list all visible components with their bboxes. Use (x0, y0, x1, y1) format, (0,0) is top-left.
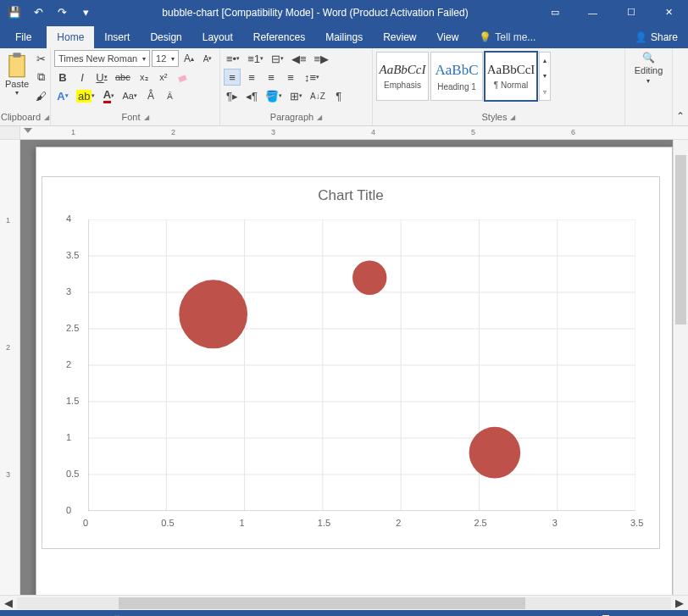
bold-icon[interactable]: B (54, 69, 71, 86)
tab-home[interactable]: Home (47, 26, 94, 48)
copy-icon[interactable]: ⧉ (32, 69, 49, 86)
numbering-icon[interactable]: ≡1▾ (245, 50, 266, 67)
text-effects-icon[interactable]: A▾ (54, 87, 71, 104)
bubble-point[interactable] (352, 261, 386, 295)
ruler-horizontal[interactable]: 123456 (0, 126, 688, 140)
font-name-select[interactable]: Times New Roman▾ (54, 50, 150, 67)
increase-indent-icon[interactable]: ≡▶ (312, 50, 332, 67)
paragraph-launcher-icon[interactable]: ◢ (317, 114, 322, 121)
char-scale-down-icon[interactable]: Ǎ (162, 87, 179, 104)
bullets-icon[interactable]: ≡•▾ (224, 50, 242, 67)
justify-icon[interactable]: ≡ (282, 69, 299, 86)
char-scale-up-icon[interactable]: Â (142, 87, 159, 104)
page-scroll[interactable]: Chart Title 00.511.522.533.500.511.522.5… (20, 140, 688, 595)
redo-icon[interactable]: ↷ (53, 3, 71, 22)
scroll-left-icon[interactable]: ◀ (0, 595, 17, 612)
tab-insert[interactable]: Insert (94, 26, 140, 48)
sort-icon[interactable]: A↓Z (308, 87, 328, 104)
tab-references[interactable]: References (243, 26, 315, 48)
chart-plot-area[interactable]: 00.511.522.533.500.511.522.533.54 (88, 219, 635, 511)
tab-file[interactable]: File (0, 26, 47, 48)
clipboard-launcher-icon[interactable]: ◢ (44, 114, 49, 121)
page[interactable]: Chart Title 00.511.522.533.500.511.522.5… (36, 147, 673, 595)
decrease-indent-icon[interactable]: ◀≡ (289, 50, 309, 67)
style-preview: AaBbCcI (487, 63, 535, 77)
font-size-value: 12 (156, 53, 166, 64)
minimize-icon[interactable]: — (574, 0, 612, 25)
tab-design[interactable]: Design (140, 26, 191, 48)
cut-icon[interactable]: ✂ (32, 50, 49, 67)
style-normal[interactable]: AaBbCcI ¶ Normal (485, 52, 537, 101)
format-painter-icon[interactable]: 🖌 (32, 87, 49, 104)
editing-button[interactable]: 🔍 Editing ▾ (635, 52, 663, 85)
italic-icon[interactable]: I (74, 69, 91, 86)
save-icon[interactable]: 💾 (5, 3, 24, 22)
tab-mailings[interactable]: Mailings (315, 26, 373, 48)
strikethrough-icon[interactable]: abc (113, 69, 133, 86)
qat-customize-icon[interactable]: ▾ (76, 3, 95, 22)
align-center-icon[interactable]: ≡ (243, 69, 260, 86)
horizontal-scroll-thumb[interactable] (119, 597, 525, 609)
rtl-icon[interactable]: ◂¶ (243, 87, 260, 104)
share-button[interactable]: 👤 Share (624, 26, 688, 48)
underline-icon[interactable]: U▾ (93, 69, 110, 86)
shading-icon[interactable]: 🪣▾ (263, 87, 285, 104)
line-spacing-icon[interactable]: ↕≡▾ (302, 69, 322, 86)
tab-layout[interactable]: Layout (192, 26, 243, 48)
shrink-font-icon[interactable]: A▾ (199, 50, 216, 67)
font-name-value: Times New Roman (58, 53, 137, 64)
font-color-icon[interactable]: A▾ (100, 87, 117, 104)
align-left-icon[interactable]: ≡ (224, 69, 241, 86)
horizontal-scrollbar[interactable]: ◀ ▶ (0, 595, 688, 610)
scroll-right-icon[interactable]: ▶ (671, 595, 688, 612)
maximize-icon[interactable]: ☐ (612, 0, 650, 25)
horizontal-scroll-track[interactable] (17, 597, 671, 609)
style-emphasis[interactable]: AaBbCcI Emphasis (376, 52, 429, 101)
tab-view[interactable]: View (427, 26, 469, 48)
chart-object[interactable]: Chart Title 00.511.522.533.500.511.522.5… (42, 176, 660, 549)
vertical-scroll-thumb[interactable] (675, 155, 686, 325)
styles-gallery-more-icon[interactable]: ▴▾▿ (539, 52, 551, 101)
find-icon: 🔍 (642, 52, 655, 64)
highlight-icon[interactable]: ab▾ (74, 87, 97, 104)
clear-format-icon[interactable] (175, 69, 191, 86)
bubble-point[interactable] (179, 280, 247, 348)
font-group-label: Font (121, 112, 140, 122)
align-right-icon[interactable]: ≡ (263, 69, 280, 86)
close-icon[interactable]: ✕ (650, 0, 688, 25)
ruler-vertical[interactable]: 123 (0, 140, 20, 595)
vertical-scrollbar[interactable] (673, 140, 688, 595)
borders-icon[interactable]: ⊞▾ (287, 87, 305, 104)
superscript-icon[interactable]: x² (155, 69, 172, 86)
styles-launcher-icon[interactable]: ◢ (510, 114, 515, 121)
tell-me[interactable]: 💡 Tell me... (469, 26, 624, 48)
collapse-ribbon-icon[interactable]: ⌃ (673, 48, 688, 125)
font-launcher-icon[interactable]: ◢ (144, 114, 149, 121)
paste-button[interactable]: Paste ▾ (3, 50, 31, 98)
y-tick-label: 1.5 (66, 396, 79, 406)
bubble-point[interactable] (469, 427, 521, 479)
share-label: Share (651, 31, 678, 43)
tell-me-label: Tell me... (495, 31, 535, 43)
x-tick-label: 3.5 (630, 518, 643, 528)
font-size-select[interactable]: 12▾ (152, 50, 179, 67)
change-case-icon[interactable]: Aa▾ (119, 87, 139, 104)
group-editing: 🔍 Editing ▾ (625, 48, 673, 125)
show-marks-icon[interactable]: ¶ (330, 87, 347, 104)
editing-label: Editing (635, 65, 663, 75)
x-tick-label: 0 (83, 518, 88, 528)
style-heading1[interactable]: AaBbC Heading 1 (430, 52, 483, 101)
style-name: ¶ Normal (494, 80, 528, 90)
multilevel-icon[interactable]: ⊟▾ (269, 50, 286, 67)
style-preview: AaBbC (436, 62, 479, 79)
tab-review[interactable]: Review (373, 26, 426, 48)
quick-access-toolbar: 💾 ↶ ↷ ▾ (0, 3, 95, 22)
chart-title[interactable]: Chart Title (42, 177, 659, 209)
undo-icon[interactable]: ↶ (29, 3, 47, 22)
ribbon-options-icon[interactable]: ▭ (535, 0, 574, 25)
group-clipboard: Paste ▾ ✂ ⧉ 🖌 Clipboard◢ (0, 48, 51, 125)
subscript-icon[interactable]: x₂ (136, 69, 153, 86)
ltr-icon[interactable]: ¶▸ (224, 87, 241, 104)
style-preview: AaBbCcI (380, 63, 426, 77)
grow-font-icon[interactable]: A▴ (180, 50, 197, 67)
